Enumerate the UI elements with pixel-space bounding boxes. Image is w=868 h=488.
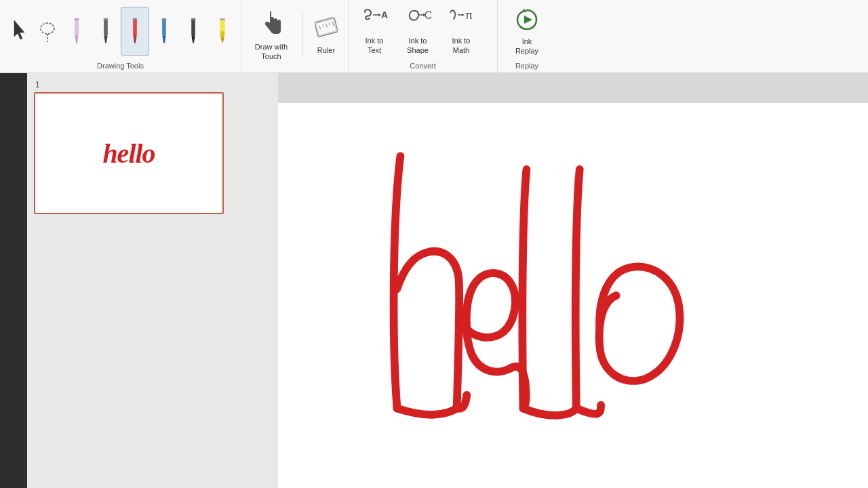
draw-with-touch-label: Draw with Touch <box>255 43 288 60</box>
svg-rect-16 <box>133 18 138 20</box>
ink-replay-button[interactable]: Ink Replay <box>503 5 551 57</box>
svg-text:π: π <box>465 9 473 21</box>
pen-red-dropdown[interactable]: ▾ <box>134 35 137 41</box>
canvas-area[interactable] <box>278 73 868 488</box>
svg-rect-11 <box>104 18 108 20</box>
svg-marker-24 <box>191 35 195 41</box>
replay-section: Ink Replay Replay <box>498 0 556 73</box>
drawing-tools-items: ▾ <box>4 3 237 71</box>
svg-marker-25 <box>193 41 195 43</box>
slide-number: 1 <box>34 80 271 89</box>
ink-to-shape-label: Ink to Shape <box>407 37 429 54</box>
ink-to-shape-icon <box>404 7 431 35</box>
svg-rect-6 <box>75 18 79 20</box>
ruler-label: Ruler <box>317 46 335 55</box>
svg-marker-5 <box>76 41 78 43</box>
ink-to-math-button[interactable]: π Ink to Math <box>441 5 481 57</box>
replay-section-label: Replay <box>498 62 556 70</box>
svg-marker-29 <box>220 32 225 37</box>
hand-icon <box>259 8 283 40</box>
toolbar: ▾ <box>0 0 868 73</box>
ink-to-text-label: Ink to Text <box>366 37 384 54</box>
pen-black-button[interactable] <box>92 7 120 56</box>
lasso-tool-button[interactable] <box>33 7 62 56</box>
slide-canvas <box>278 103 868 488</box>
pen-blue-button[interactable] <box>150 7 178 56</box>
svg-marker-49 <box>521 9 527 12</box>
ruler-button[interactable]: Ruler <box>307 4 345 65</box>
slide-panel: 1 hello <box>27 73 278 488</box>
convert-items: A Ink to Text <box>354 3 492 71</box>
svg-rect-28 <box>220 19 224 30</box>
pen-grey-button[interactable] <box>62 7 91 56</box>
ink-to-shape-button[interactable]: Ink to Shape <box>397 5 438 57</box>
svg-text:A: A <box>381 9 388 20</box>
svg-rect-26 <box>191 18 196 20</box>
svg-marker-4 <box>75 35 78 41</box>
ink-to-text-button[interactable]: A Ink to Text <box>354 5 395 57</box>
convert-section: A Ink to Text <box>349 0 498 73</box>
ink-replay-icon <box>513 6 540 35</box>
replay-items: Ink Replay <box>503 3 551 71</box>
draw-with-touch-button[interactable]: Draw with Touch <box>244 4 298 65</box>
svg-point-0 <box>41 23 54 34</box>
drawing-tools-label: Drawing Tools <box>0 62 241 70</box>
drawing-tools-section: ▾ <box>0 0 241 73</box>
svg-marker-15 <box>134 41 136 43</box>
slide-thumbnail-text: hello <box>102 138 155 169</box>
select-tool-button[interactable] <box>4 7 33 56</box>
svg-marker-47 <box>462 14 465 16</box>
slide-thumbnail[interactable]: 1 hello <box>34 80 271 214</box>
canvas-hello-svg <box>278 103 868 488</box>
svg-rect-21 <box>162 18 167 20</box>
ruler-icon <box>315 14 338 43</box>
svg-marker-10 <box>105 41 107 43</box>
sidebar <box>0 73 27 488</box>
svg-rect-18 <box>163 19 165 35</box>
svg-point-45 <box>425 12 431 18</box>
pen-dark-button[interactable] <box>179 7 208 56</box>
svg-marker-30 <box>220 37 224 41</box>
svg-rect-23 <box>192 19 195 35</box>
ink-to-text-icon: A <box>361 7 388 35</box>
svg-marker-9 <box>104 35 107 41</box>
svg-rect-13 <box>134 19 136 35</box>
convert-section-label: Convert <box>349 62 497 70</box>
ink-to-math-label: Ink to Math <box>452 37 471 54</box>
main-area: 1 hello <box>0 73 868 488</box>
svg-rect-32 <box>220 18 225 20</box>
svg-marker-31 <box>222 41 224 43</box>
pen-red-button[interactable]: ▾ <box>121 7 149 56</box>
ink-to-math-icon: π <box>447 7 475 35</box>
highlighter-button[interactable] <box>208 7 237 56</box>
svg-marker-20 <box>163 41 165 43</box>
slide-thumbnail-image: hello <box>34 92 224 214</box>
svg-rect-8 <box>104 19 107 35</box>
svg-marker-50 <box>524 16 532 24</box>
ink-replay-label: Ink Replay <box>515 37 538 55</box>
svg-marker-19 <box>162 35 165 41</box>
svg-rect-3 <box>75 19 78 35</box>
